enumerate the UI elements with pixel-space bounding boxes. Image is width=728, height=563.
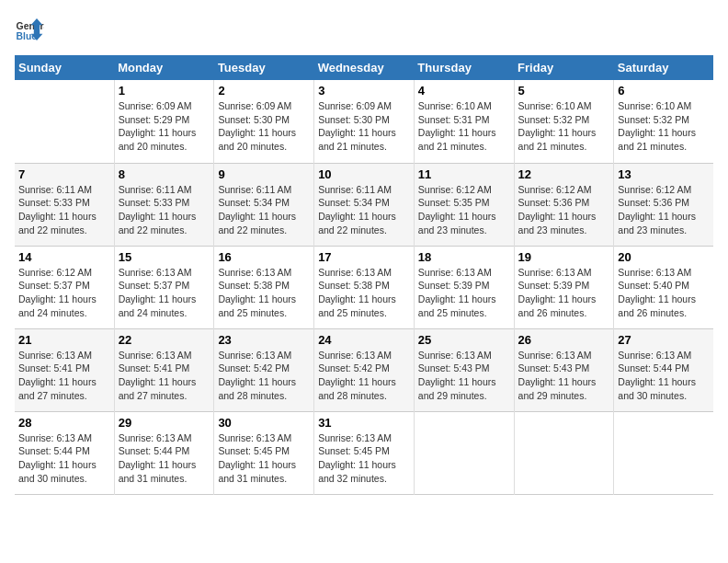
calendar-cell: 22Sunrise: 6:13 AM Sunset: 5:41 PM Dayli… (114, 328, 214, 411)
day-info: Sunrise: 6:10 AM Sunset: 5:31 PM Dayligh… (418, 99, 510, 154)
calendar-cell: 5Sunrise: 6:10 AM Sunset: 5:32 PM Daylig… (514, 80, 614, 163)
day-number: 1 (119, 84, 210, 98)
calendar-cell (614, 411, 713, 494)
day-number: 26 (518, 333, 610, 347)
header-cell-thursday: Thursday (414, 55, 514, 80)
logo: General Blue (15, 15, 48, 44)
calendar-cell: 16Sunrise: 6:13 AM Sunset: 5:38 PM Dayli… (214, 246, 314, 328)
calendar-cell: 31Sunrise: 6:13 AM Sunset: 5:45 PM Dayli… (314, 411, 415, 494)
calendar-body: 1Sunrise: 6:09 AM Sunset: 5:29 PM Daylig… (15, 80, 713, 494)
day-number: 2 (218, 84, 310, 98)
logo-icon: General Blue (15, 15, 44, 44)
day-number: 12 (518, 167, 610, 181)
day-info: Sunrise: 6:13 AM Sunset: 5:45 PM Dayligh… (218, 431, 310, 486)
day-info: Sunrise: 6:12 AM Sunset: 5:37 PM Dayligh… (18, 266, 110, 320)
calendar-cell: 20Sunrise: 6:13 AM Sunset: 5:40 PM Dayli… (614, 246, 713, 328)
day-number: 17 (318, 250, 410, 264)
day-number: 15 (119, 250, 210, 264)
day-info: Sunrise: 6:12 AM Sunset: 5:35 PM Dayligh… (418, 183, 510, 237)
day-info: Sunrise: 6:10 AM Sunset: 5:32 PM Dayligh… (518, 99, 610, 154)
calendar-cell: 10Sunrise: 6:11 AM Sunset: 5:34 PM Dayli… (314, 163, 415, 246)
day-info: Sunrise: 6:13 AM Sunset: 5:39 PM Dayligh… (418, 266, 510, 320)
day-info: Sunrise: 6:13 AM Sunset: 5:43 PM Dayligh… (518, 349, 610, 403)
day-number: 20 (618, 250, 710, 264)
day-number: 13 (618, 167, 710, 181)
day-info: Sunrise: 6:09 AM Sunset: 5:29 PM Dayligh… (119, 99, 210, 154)
day-number: 31 (318, 416, 410, 430)
calendar-cell: 23Sunrise: 6:13 AM Sunset: 5:42 PM Dayli… (214, 328, 314, 411)
week-row-4: 21Sunrise: 6:13 AM Sunset: 5:41 PM Dayli… (15, 328, 713, 411)
day-number: 21 (18, 333, 110, 347)
calendar-cell (15, 80, 114, 163)
day-info: Sunrise: 6:13 AM Sunset: 5:38 PM Dayligh… (218, 266, 310, 320)
day-info: Sunrise: 6:09 AM Sunset: 5:30 PM Dayligh… (218, 99, 310, 154)
header-cell-friday: Friday (514, 55, 614, 80)
calendar-cell: 26Sunrise: 6:13 AM Sunset: 5:43 PM Dayli… (514, 328, 614, 411)
week-row-3: 14Sunrise: 6:12 AM Sunset: 5:37 PM Dayli… (15, 246, 713, 328)
calendar-cell: 24Sunrise: 6:13 AM Sunset: 5:42 PM Dayli… (314, 328, 415, 411)
day-number: 9 (218, 167, 310, 181)
calendar-cell: 30Sunrise: 6:13 AM Sunset: 5:45 PM Dayli… (214, 411, 314, 494)
calendar-cell: 27Sunrise: 6:13 AM Sunset: 5:44 PM Dayli… (614, 328, 713, 411)
header-cell-tuesday: Tuesday (214, 55, 314, 80)
day-info: Sunrise: 6:13 AM Sunset: 5:40 PM Dayligh… (618, 266, 710, 320)
day-info: Sunrise: 6:13 AM Sunset: 5:43 PM Dayligh… (418, 349, 510, 403)
day-number: 16 (218, 250, 310, 264)
day-info: Sunrise: 6:13 AM Sunset: 5:38 PM Dayligh… (318, 266, 410, 320)
day-number: 7 (18, 167, 110, 181)
calendar-cell: 25Sunrise: 6:13 AM Sunset: 5:43 PM Dayli… (414, 328, 514, 411)
day-number: 14 (18, 250, 110, 264)
day-info: Sunrise: 6:13 AM Sunset: 5:41 PM Dayligh… (119, 349, 210, 403)
day-info: Sunrise: 6:11 AM Sunset: 5:34 PM Dayligh… (218, 183, 310, 237)
day-number: 4 (418, 84, 510, 98)
day-number: 23 (218, 333, 310, 347)
calendar-cell: 18Sunrise: 6:13 AM Sunset: 5:39 PM Dayli… (414, 246, 514, 328)
day-info: Sunrise: 6:11 AM Sunset: 5:33 PM Dayligh… (18, 183, 110, 237)
calendar-cell: 13Sunrise: 6:12 AM Sunset: 5:36 PM Dayli… (614, 163, 713, 246)
calendar-cell: 8Sunrise: 6:11 AM Sunset: 5:33 PM Daylig… (114, 163, 214, 246)
calendar-cell: 17Sunrise: 6:13 AM Sunset: 5:38 PM Dayli… (314, 246, 415, 328)
calendar-cell (414, 411, 514, 494)
calendar-cell: 12Sunrise: 6:12 AM Sunset: 5:36 PM Dayli… (514, 163, 614, 246)
day-number: 11 (418, 167, 510, 181)
day-number: 29 (119, 416, 210, 430)
day-number: 19 (518, 250, 610, 264)
day-info: Sunrise: 6:13 AM Sunset: 5:37 PM Dayligh… (119, 266, 210, 320)
day-info: Sunrise: 6:13 AM Sunset: 5:42 PM Dayligh… (318, 349, 410, 403)
calendar-table: SundayMondayTuesdayWednesdayThursdayFrid… (15, 55, 713, 495)
page-header: General Blue (15, 15, 713, 44)
calendar-cell: 2Sunrise: 6:09 AM Sunset: 5:30 PM Daylig… (214, 80, 314, 163)
day-number: 3 (318, 84, 410, 98)
day-info: Sunrise: 6:09 AM Sunset: 5:30 PM Dayligh… (318, 99, 410, 154)
day-number: 27 (618, 333, 710, 347)
day-info: Sunrise: 6:10 AM Sunset: 5:32 PM Dayligh… (618, 99, 710, 154)
day-number: 25 (418, 333, 510, 347)
day-number: 8 (119, 167, 210, 181)
calendar-cell: 14Sunrise: 6:12 AM Sunset: 5:37 PM Dayli… (15, 246, 114, 328)
calendar-cell (514, 411, 614, 494)
calendar-cell: 21Sunrise: 6:13 AM Sunset: 5:41 PM Dayli… (15, 328, 114, 411)
day-number: 30 (218, 416, 310, 430)
header-cell-monday: Monday (114, 55, 214, 80)
day-info: Sunrise: 6:12 AM Sunset: 5:36 PM Dayligh… (618, 183, 710, 237)
calendar-cell: 28Sunrise: 6:13 AM Sunset: 5:44 PM Dayli… (15, 411, 114, 494)
day-number: 22 (119, 333, 210, 347)
calendar-cell: 1Sunrise: 6:09 AM Sunset: 5:29 PM Daylig… (114, 80, 214, 163)
calendar-cell: 7Sunrise: 6:11 AM Sunset: 5:33 PM Daylig… (15, 163, 114, 246)
day-info: Sunrise: 6:13 AM Sunset: 5:44 PM Dayligh… (119, 431, 210, 486)
calendar-cell: 9Sunrise: 6:11 AM Sunset: 5:34 PM Daylig… (214, 163, 314, 246)
day-info: Sunrise: 6:11 AM Sunset: 5:34 PM Dayligh… (318, 183, 410, 237)
day-number: 10 (318, 167, 410, 181)
day-number: 6 (618, 84, 710, 98)
day-number: 28 (18, 416, 110, 430)
calendar-cell: 29Sunrise: 6:13 AM Sunset: 5:44 PM Dayli… (114, 411, 214, 494)
day-info: Sunrise: 6:12 AM Sunset: 5:36 PM Dayligh… (518, 183, 610, 237)
day-number: 24 (318, 333, 410, 347)
calendar-header: SundayMondayTuesdayWednesdayThursdayFrid… (15, 55, 713, 80)
day-info: Sunrise: 6:11 AM Sunset: 5:33 PM Dayligh… (119, 183, 210, 237)
day-info: Sunrise: 6:13 AM Sunset: 5:42 PM Dayligh… (218, 349, 310, 403)
calendar-cell: 4Sunrise: 6:10 AM Sunset: 5:31 PM Daylig… (414, 80, 514, 163)
header-cell-saturday: Saturday (614, 55, 713, 80)
day-info: Sunrise: 6:13 AM Sunset: 5:44 PM Dayligh… (18, 431, 110, 486)
calendar-cell: 3Sunrise: 6:09 AM Sunset: 5:30 PM Daylig… (314, 80, 415, 163)
